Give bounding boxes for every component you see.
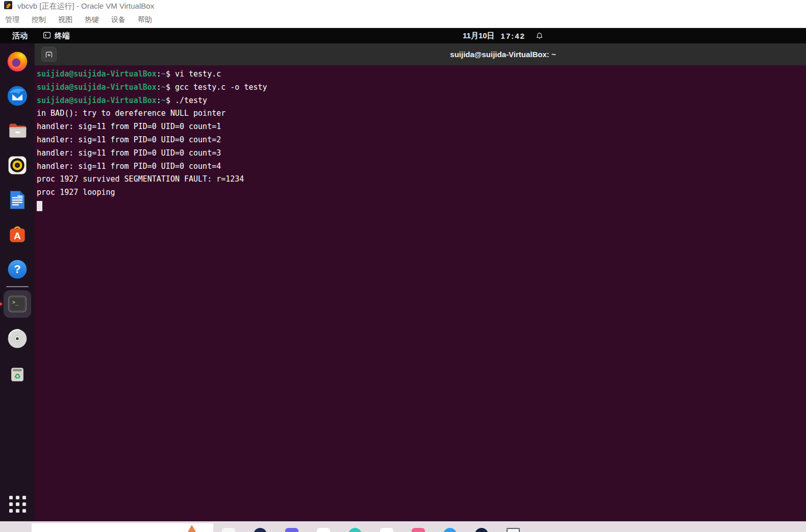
bell-icon [536,32,543,40]
svg-text:♻: ♻ [14,372,20,381]
menu-item-control[interactable]: 控制 [32,15,46,24]
terminal-output-line: proc 1927 survived SEGMENTATION FAULT: r… [37,173,806,186]
terminal-mini-icon [43,31,51,41]
window-title: vbcvb [正在运行] - Oracle VM VirtualBox [17,2,154,11]
svg-text:?: ? [14,263,20,275]
taskbar-app-10[interactable] [507,528,520,532]
virtualbox-logo-icon [4,1,13,12]
show-applications-button[interactable] [6,493,29,515]
taskbar-app-5[interactable] [348,528,362,532]
output-text: proc 1927 looping [37,188,115,197]
prompt-user: suijida@suijida-VirtualBox [37,96,157,105]
prompt-colon: : [157,96,161,105]
virtualbox-titlebar: vbcvb [正在运行] - Oracle VM VirtualBox [0,0,806,12]
taskbar-app-4[interactable] [317,528,330,532]
prompt-dollar: $ [166,69,175,79]
output-text: proc 1927 survived SEGMENTATION FAULT: r… [37,174,244,184]
menu-item-view[interactable]: 视图 [58,15,72,24]
terminal-title: suijida@suijida-VirtualBox: ~ [450,43,556,65]
output-text: handler: sig=11 from PID=0 UID=0 count=1 [37,122,221,131]
focused-app-menu[interactable]: 终端 [43,28,70,43]
terminal-icon[interactable]: >_ [5,292,30,316]
terminal-cursor-line [37,199,806,213]
dock: A ? >_ ♻ [0,43,35,521]
terminal-prompt-line: suijida@suijida-VirtualBox:~$ gcc testy.… [37,81,806,94]
output-text: in BAD(): try to dereference NULL pointe… [37,109,225,118]
taskbar-app-7[interactable] [412,528,425,532]
taskbar-app-2[interactable] [254,528,267,532]
menu-item-hotkeys[interactable]: 热键 [85,15,99,24]
taskbar-icons [222,528,520,532]
command-text: vi testy.c [175,69,221,79]
prompt-path: ~ [161,69,166,79]
command-text: gcc testy.c -o testy [175,83,267,92]
taskbar-app-1[interactable] [222,528,235,532]
taskbar-app-6[interactable] [380,528,393,532]
terminal-output-line: handler: sig=11 from PID=0 UID=0 count=3 [37,147,806,160]
terminal-prompt-line: suijida@suijida-VirtualBox:~$ vi testy.c [37,68,806,81]
menu-item-help[interactable]: 帮助 [138,15,152,24]
rhythmbox-icon[interactable] [5,153,30,178]
help-icon[interactable]: ? [5,257,30,282]
date-label: 11月10日 [463,31,495,41]
taskbar-app-9[interactable] [475,528,488,532]
output-text: handler: sig=11 from PID=0 UID=0 count=3 [37,148,221,158]
firefox-icon[interactable] [5,49,30,73]
terminal-prompt-line: suijida@suijida-VirtualBox:~$ ./testy [37,94,806,108]
svg-text:A: A [14,231,21,241]
prompt-path: ~ [161,96,166,105]
taskbar-app-3[interactable] [285,528,298,532]
prompt-colon: : [157,83,161,92]
output-text: handler: sig=11 from PID=0 UID=0 count=4 [37,162,221,171]
prompt-dollar: $ [166,96,175,105]
terminal-cursor [37,201,42,211]
prompt-user: suijida@suijida-VirtualBox [37,69,157,79]
libreoffice-writer-icon[interactable] [5,188,30,212]
taskbar-app-icon-partial[interactable] [188,525,196,532]
time-label: 17:42 [501,32,525,40]
focused-app-label: 终端 [55,31,70,41]
ubuntu-software-icon[interactable]: A [5,222,30,247]
prompt-user: suijida@suijida-VirtualBox [37,83,157,92]
host-taskbar [0,521,806,532]
running-indicator-dot [0,302,2,306]
thunderbird-icon[interactable] [5,84,30,108]
trash-icon[interactable]: ♻ [5,361,30,386]
terminal-output-line: handler: sig=11 from PID=0 UID=0 count=2 [37,134,806,147]
menu-item-manage[interactable]: 管理 [5,15,19,24]
screen: vbcvb [正在运行] - Oracle VM VirtualBox 管理 控… [0,0,806,532]
cd-disc-icon[interactable] [5,326,30,351]
terminal-output-line: proc 1927 looping [37,186,806,199]
activities-button[interactable]: 活动 [9,28,31,43]
terminal-output-line: handler: sig=11 from PID=0 UID=0 count=1 [37,120,806,134]
gnome-topbar: 活动 终端 11月10日 17:42 [0,28,806,43]
output-text: handler: sig=11 from PID=0 UID=0 count=2 [37,135,221,144]
command-text: ./testy [175,96,207,105]
terminal-output-line: handler: sig=11 from PID=0 UID=0 count=4 [37,160,806,173]
new-tab-button[interactable] [41,47,57,62]
terminal-output-line: in BAD(): try to dereference NULL pointe… [37,107,806,120]
dock-separator [6,286,29,287]
terminal-body[interactable]: suijida@suijida-VirtualBox:~$ vi testy.c… [35,65,806,521]
menu-item-devices[interactable]: 设备 [111,15,125,24]
prompt-path: ~ [161,83,166,92]
taskbar-app-8[interactable] [443,528,457,532]
prompt-colon: : [157,69,161,79]
terminal-header: suijida@suijida-VirtualBox: ~ [35,43,806,65]
virtualbox-menubar: 管理 控制 视图 热键 设备 帮助 [0,12,806,28]
clock-menu[interactable]: 11月10日 17:42 [463,28,543,43]
svg-text:>_: >_ [12,299,19,306]
taskbar-white-panel[interactable] [32,523,213,532]
prompt-dollar: $ [166,83,175,92]
guest-screen: 活动 终端 11月10日 17:42 [0,28,806,521]
files-icon[interactable] [5,118,30,143]
